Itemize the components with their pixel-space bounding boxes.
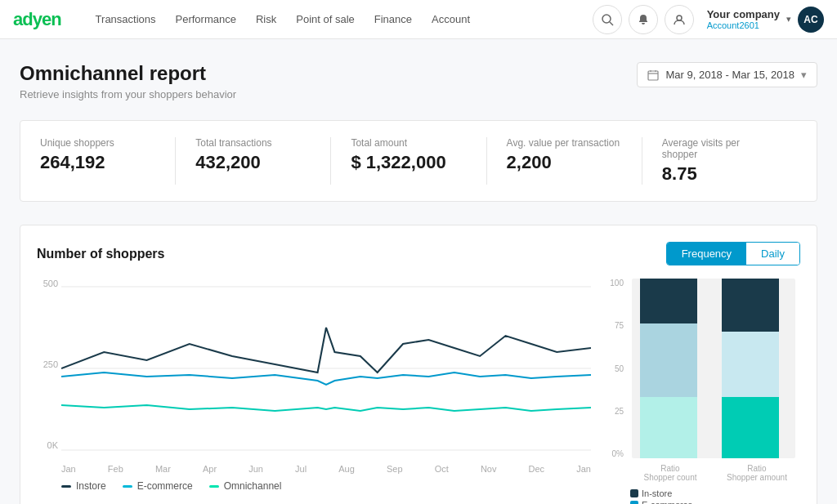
y-label-500: 500: [37, 279, 58, 288]
bar-chart-inner: 100 75 50 25 0%: [604, 279, 800, 504]
x-label-jul: Jul: [295, 464, 307, 474]
bar-chart-container: 100 75 50 25 0%: [604, 279, 800, 504]
stat-value-4: 8.75: [662, 163, 777, 185]
bar-y-50: 50: [604, 364, 624, 373]
omnichannel-legend-label: Omnichannel: [224, 480, 282, 492]
x-label-feb: Feb: [108, 464, 123, 474]
omnichannel-legend-color: [209, 485, 219, 488]
bar-legend: In-store E-commerce Omnichannel: [627, 488, 800, 504]
navbar: adyen Transactions Performance Risk Poin…: [0, 0, 837, 39]
date-range-text: Mar 9, 2018 - Mar 15, 2018: [665, 69, 794, 81]
y-label-250: 250: [37, 359, 58, 369]
nav-performance[interactable]: Performance: [168, 10, 244, 29]
stat-value-2: $ 1,322,000: [351, 152, 466, 173]
line-chart-svg: [61, 279, 591, 458]
x-label-jan1: Jan: [61, 464, 76, 474]
ecommerce-legend-label: E-commerce: [137, 480, 193, 492]
stat-label-1: Total transactions: [195, 137, 311, 149]
bell-button[interactable]: [629, 5, 658, 34]
company-name: Your company: [707, 8, 780, 20]
user-info: Your company Account2601: [707, 8, 780, 30]
report-title: Omnichannel report: [20, 62, 236, 85]
stat-value-1: 432,200: [195, 152, 311, 173]
navbar-right: Your company Account2601 ▾ AC: [593, 5, 824, 34]
nav-account[interactable]: Account: [423, 10, 478, 29]
bar-x-labels: Ratio Shopper count Ratio Shopper amount: [627, 461, 800, 482]
search-button[interactable]: [593, 5, 622, 34]
x-label-jan2: Jan: [576, 464, 591, 474]
stat-value-0: 264,192: [40, 152, 155, 173]
nav-finance[interactable]: Finance: [366, 10, 420, 29]
chart-title: Number of shoppers: [37, 247, 164, 261]
calendar-icon: [647, 69, 659, 81]
nav-links: Transactions Performance Risk Point of s…: [87, 10, 593, 29]
bar-y-100: 100: [604, 279, 624, 288]
omnichannel-line: [61, 405, 591, 411]
chart-section: Number of shoppers Frequency Daily 500 2…: [20, 225, 817, 504]
legend-ecommerce: E-commerce: [123, 480, 193, 492]
stat-label-4: Average visits per shopper: [662, 137, 777, 160]
bar-ecommerce-dot: [630, 501, 638, 504]
svg-rect-3: [648, 71, 658, 80]
svg-point-2: [677, 16, 682, 20]
report-title-group: Omnichannel report Retrieve insights fro…: [20, 62, 236, 100]
stat-value-3: 2,200: [507, 152, 622, 173]
bell-icon: [637, 13, 650, 26]
account-id: Account2601: [707, 20, 780, 30]
stat-avg-value: Avg. value per transaction 2,200: [487, 137, 642, 185]
bar-instore-dot: [630, 489, 638, 497]
nav-point-of-sale[interactable]: Point of sale: [288, 10, 363, 29]
instore-line: [61, 328, 591, 372]
stat-total-amount: Total amount $ 1,322,000: [331, 137, 486, 185]
bar-ecommerce-amount: [722, 332, 779, 397]
x-label-aug: Aug: [338, 464, 355, 474]
instore-legend-label: Instore: [76, 480, 106, 492]
bar-y-75: 75: [604, 321, 624, 330]
bar-ecommerce-label: E-commerce: [642, 500, 692, 504]
person-button[interactable]: [665, 5, 694, 34]
legend-omnichannel: Omnichannel: [209, 480, 282, 492]
line-legend: Instore E-commerce Omnichannel: [37, 480, 591, 492]
user-menu[interactable]: Your company Account2601 ▾ AC: [707, 7, 824, 33]
page-content: Omnichannel report Retrieve insights fro…: [0, 39, 837, 504]
person-icon: [673, 13, 686, 26]
bar-y-25: 25: [604, 407, 624, 416]
x-label-nov: Nov: [481, 464, 497, 474]
chevron-down-icon: ▾: [786, 14, 791, 25]
bar-instore-count: [640, 279, 697, 323]
y-label-0: 0K: [37, 440, 58, 450]
report-header: Omnichannel report Retrieve insights fro…: [20, 62, 817, 100]
bar-instore-amount: [722, 279, 779, 332]
svg-point-0: [602, 15, 611, 23]
search-icon: [601, 13, 614, 26]
x-label-jun: Jun: [248, 464, 263, 474]
stat-label-0: Unique shoppers: [40, 137, 155, 149]
nav-transactions[interactable]: Transactions: [87, 10, 164, 29]
x-label-sep: Sep: [387, 464, 403, 474]
chart-header: Number of shoppers Frequency Daily: [37, 242, 800, 265]
bar-y-labels: 100 75 50 25 0%: [604, 279, 627, 458]
date-picker-chevron-icon: ▾: [801, 69, 807, 81]
bar-x-label-1: Ratio Shopper amount: [714, 464, 800, 482]
nav-risk[interactable]: Risk: [248, 10, 284, 29]
toggle-daily-button[interactable]: Daily: [746, 243, 799, 265]
line-chart-container: 500 250 0K: [37, 279, 591, 492]
logo-text: adyen: [13, 9, 61, 29]
stat-unique-shoppers: Unique shoppers 264,192: [40, 137, 176, 185]
toggle-buttons: Frequency Daily: [666, 242, 800, 265]
date-range-picker[interactable]: Mar 9, 2018 - Mar 15, 2018 ▾: [637, 62, 817, 87]
ecommerce-legend-color: [123, 485, 132, 488]
x-axis-labels: Jan Feb Mar Apr Jun Jul Aug Sep Oct Nov …: [37, 461, 591, 474]
stats-bar: Unique shoppers 264,192 Total transactio…: [20, 120, 817, 202]
instore-legend-color: [61, 485, 71, 488]
legend-instore: Instore: [61, 480, 106, 492]
bar-legend-instore: In-store: [630, 488, 800, 498]
bar-legend-ecommerce: E-commerce: [630, 500, 800, 504]
toggle-frequency-button[interactable]: Frequency: [667, 243, 746, 265]
bar-and-legend: Ratio Shopper count Ratio Shopper amount: [627, 279, 800, 504]
svg-line-1: [610, 22, 613, 25]
x-label-apr: Apr: [203, 464, 217, 474]
charts-container: 500 250 0K: [37, 279, 800, 504]
stat-label-3: Avg. value per transaction: [507, 137, 622, 149]
avatar: AC: [798, 7, 824, 33]
